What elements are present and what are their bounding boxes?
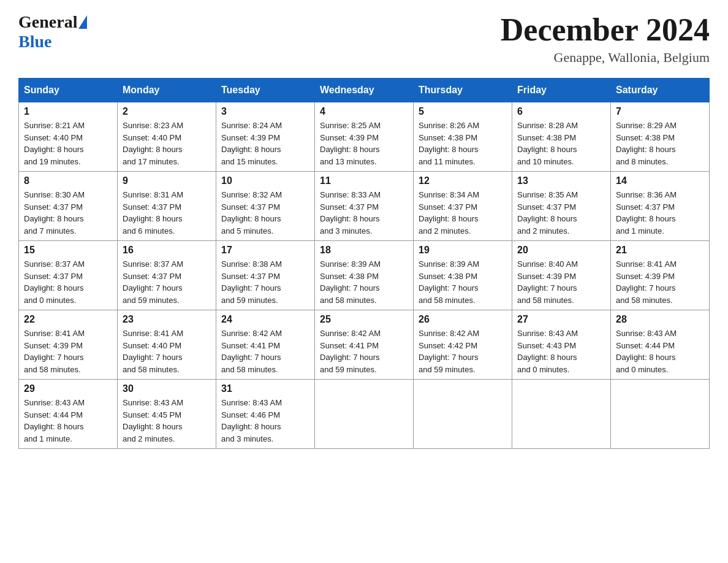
- day-info: Sunrise: 8:32 AMSunset: 4:37 PMDaylight:…: [221, 189, 309, 237]
- day-number: 10: [221, 175, 309, 186]
- calendar-cell: 20Sunrise: 8:40 AMSunset: 4:39 PMDayligh…: [512, 241, 611, 310]
- calendar-cell: 11Sunrise: 8:33 AMSunset: 4:37 PMDayligh…: [315, 172, 414, 241]
- day-number: 21: [616, 245, 704, 256]
- day-info: Sunrise: 8:30 AMSunset: 4:37 PMDaylight:…: [24, 189, 112, 237]
- calendar-cell: 8Sunrise: 8:30 AMSunset: 4:37 PMDaylight…: [19, 172, 118, 241]
- calendar-cell: 2Sunrise: 8:23 AMSunset: 4:40 PMDaylight…: [118, 102, 216, 172]
- calendar-cell: 31Sunrise: 8:43 AMSunset: 4:46 PMDayligh…: [216, 380, 315, 449]
- day-info: Sunrise: 8:41 AMSunset: 4:39 PMDaylight:…: [24, 327, 112, 375]
- location-subtitle: Genappe, Wallonia, Belgium: [501, 50, 710, 66]
- day-info: Sunrise: 8:42 AMSunset: 4:42 PMDaylight:…: [419, 327, 507, 375]
- header-row: Sunday Monday Tuesday Wednesday Thursday…: [19, 79, 710, 102]
- calendar-cell: 6Sunrise: 8:28 AMSunset: 4:38 PMDaylight…: [512, 102, 611, 172]
- calendar-cell: 10Sunrise: 8:32 AMSunset: 4:37 PMDayligh…: [216, 172, 315, 241]
- day-number: 2: [123, 106, 211, 117]
- calendar-cell: 25Sunrise: 8:42 AMSunset: 4:41 PMDayligh…: [315, 310, 414, 380]
- day-info: Sunrise: 8:37 AMSunset: 4:37 PMDaylight:…: [24, 258, 112, 306]
- day-number: 4: [320, 106, 408, 117]
- day-info: Sunrise: 8:29 AMSunset: 4:38 PMDaylight:…: [616, 120, 704, 167]
- day-number: 12: [419, 175, 507, 186]
- day-info: Sunrise: 8:31 AMSunset: 4:37 PMDaylight:…: [123, 189, 211, 237]
- day-number: 15: [24, 245, 112, 256]
- day-info: Sunrise: 8:39 AMSunset: 4:38 PMDaylight:…: [419, 258, 507, 306]
- day-number: 11: [320, 175, 408, 186]
- day-number: 29: [24, 383, 112, 394]
- day-number: 26: [419, 314, 507, 325]
- col-sunday: Sunday: [19, 79, 118, 102]
- day-number: 27: [517, 314, 605, 325]
- day-number: 16: [123, 245, 211, 256]
- day-number: 19: [419, 245, 507, 256]
- day-info: Sunrise: 8:43 AMSunset: 4:45 PMDaylight:…: [123, 397, 211, 445]
- day-number: 23: [123, 314, 211, 325]
- logo-blue-text: Blue: [18, 32, 51, 52]
- calendar-cell: 9Sunrise: 8:31 AMSunset: 4:37 PMDaylight…: [118, 172, 216, 241]
- week-row-4: 22Sunrise: 8:41 AMSunset: 4:39 PMDayligh…: [19, 310, 710, 380]
- calendar-cell: 19Sunrise: 8:39 AMSunset: 4:38 PMDayligh…: [414, 241, 512, 310]
- calendar-cell: 28Sunrise: 8:43 AMSunset: 4:44 PMDayligh…: [611, 310, 710, 380]
- calendar-cell: 12Sunrise: 8:34 AMSunset: 4:37 PMDayligh…: [414, 172, 512, 241]
- title-area: December 2024 Genappe, Wallonia, Belgium: [501, 12, 710, 66]
- day-info: Sunrise: 8:43 AMSunset: 4:44 PMDaylight:…: [616, 327, 704, 375]
- day-number: 7: [616, 106, 704, 117]
- day-info: Sunrise: 8:37 AMSunset: 4:37 PMDaylight:…: [123, 258, 211, 306]
- week-row-5: 29Sunrise: 8:43 AMSunset: 4:44 PMDayligh…: [19, 380, 710, 449]
- col-thursday: Thursday: [414, 79, 512, 102]
- calendar-cell: 18Sunrise: 8:39 AMSunset: 4:38 PMDayligh…: [315, 241, 414, 310]
- calendar-body: 1Sunrise: 8:21 AMSunset: 4:40 PMDaylight…: [19, 102, 710, 449]
- week-row-1: 1Sunrise: 8:21 AMSunset: 4:40 PMDaylight…: [19, 102, 710, 172]
- logo: General Blue: [18, 12, 87, 52]
- logo-triangle-icon: [78, 15, 87, 29]
- calendar-cell: [611, 380, 710, 449]
- logo-general-text: General: [18, 12, 77, 32]
- col-monday: Monday: [118, 79, 216, 102]
- calendar-cell: 29Sunrise: 8:43 AMSunset: 4:44 PMDayligh…: [19, 380, 118, 449]
- day-number: 6: [517, 106, 605, 117]
- calendar-cell: 5Sunrise: 8:26 AMSunset: 4:38 PMDaylight…: [414, 102, 512, 172]
- calendar-cell: 7Sunrise: 8:29 AMSunset: 4:38 PMDaylight…: [611, 102, 710, 172]
- day-info: Sunrise: 8:36 AMSunset: 4:37 PMDaylight:…: [616, 189, 704, 237]
- page-header: General Blue December 2024 Genappe, Wall…: [18, 12, 710, 66]
- day-number: 20: [517, 245, 605, 256]
- day-info: Sunrise: 8:40 AMSunset: 4:39 PMDaylight:…: [517, 258, 605, 306]
- month-year-title: December 2024: [501, 12, 710, 47]
- day-number: 30: [123, 383, 211, 394]
- day-number: 22: [24, 314, 112, 325]
- day-info: Sunrise: 8:23 AMSunset: 4:40 PMDaylight:…: [123, 120, 211, 167]
- day-number: 25: [320, 314, 408, 325]
- day-number: 31: [221, 383, 309, 394]
- day-number: 9: [123, 175, 211, 186]
- calendar-cell: 27Sunrise: 8:43 AMSunset: 4:43 PMDayligh…: [512, 310, 611, 380]
- day-info: Sunrise: 8:42 AMSunset: 4:41 PMDaylight:…: [221, 327, 309, 375]
- calendar-table: Sunday Monday Tuesday Wednesday Thursday…: [18, 78, 710, 449]
- col-saturday: Saturday: [611, 79, 710, 102]
- calendar-cell: [414, 380, 512, 449]
- week-row-3: 15Sunrise: 8:37 AMSunset: 4:37 PMDayligh…: [19, 241, 710, 310]
- day-info: Sunrise: 8:26 AMSunset: 4:38 PMDaylight:…: [419, 120, 507, 167]
- calendar-cell: 30Sunrise: 8:43 AMSunset: 4:45 PMDayligh…: [118, 380, 216, 449]
- day-number: 18: [320, 245, 408, 256]
- calendar-cell: 3Sunrise: 8:24 AMSunset: 4:39 PMDaylight…: [216, 102, 315, 172]
- calendar-cell: 4Sunrise: 8:25 AMSunset: 4:39 PMDaylight…: [315, 102, 414, 172]
- calendar-cell: [512, 380, 611, 449]
- day-number: 1: [24, 106, 112, 117]
- day-info: Sunrise: 8:33 AMSunset: 4:37 PMDaylight:…: [320, 189, 408, 237]
- col-wednesday: Wednesday: [315, 79, 414, 102]
- calendar-cell: 13Sunrise: 8:35 AMSunset: 4:37 PMDayligh…: [512, 172, 611, 241]
- day-info: Sunrise: 8:42 AMSunset: 4:41 PMDaylight:…: [320, 327, 408, 375]
- calendar-header: Sunday Monday Tuesday Wednesday Thursday…: [19, 79, 710, 102]
- day-info: Sunrise: 8:34 AMSunset: 4:37 PMDaylight:…: [419, 189, 507, 237]
- calendar-cell: 16Sunrise: 8:37 AMSunset: 4:37 PMDayligh…: [118, 241, 216, 310]
- day-info: Sunrise: 8:24 AMSunset: 4:39 PMDaylight:…: [221, 120, 309, 167]
- calendar-cell: 22Sunrise: 8:41 AMSunset: 4:39 PMDayligh…: [19, 310, 118, 380]
- col-tuesday: Tuesday: [216, 79, 315, 102]
- calendar-cell: [315, 380, 414, 449]
- calendar-cell: 24Sunrise: 8:42 AMSunset: 4:41 PMDayligh…: [216, 310, 315, 380]
- day-info: Sunrise: 8:41 AMSunset: 4:40 PMDaylight:…: [123, 327, 211, 375]
- day-number: 14: [616, 175, 704, 186]
- week-row-2: 8Sunrise: 8:30 AMSunset: 4:37 PMDaylight…: [19, 172, 710, 241]
- day-number: 17: [221, 245, 309, 256]
- day-info: Sunrise: 8:43 AMSunset: 4:44 PMDaylight:…: [24, 397, 112, 445]
- day-number: 28: [616, 314, 704, 325]
- day-info: Sunrise: 8:35 AMSunset: 4:37 PMDaylight:…: [517, 189, 605, 237]
